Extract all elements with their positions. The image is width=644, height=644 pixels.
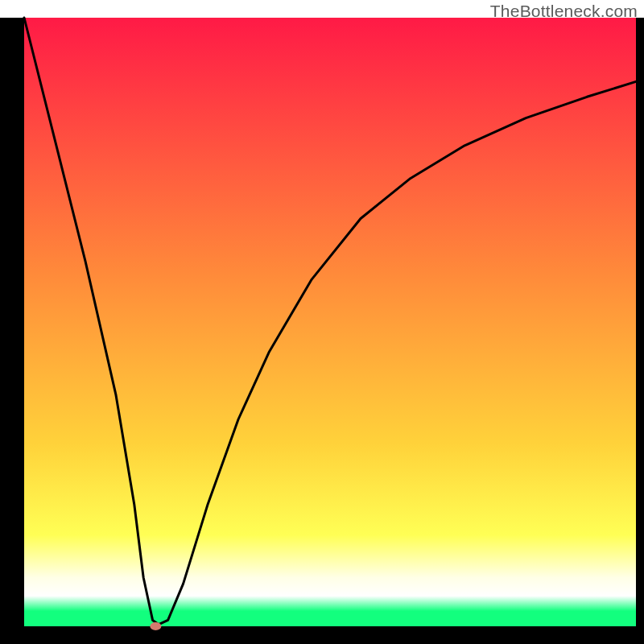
- chart-svg: [0, 0, 644, 644]
- watermark-label: TheBottleneck.com: [490, 2, 638, 21]
- plot-area: [24, 18, 636, 626]
- chart-container: TheBottleneck.com: [0, 0, 644, 644]
- optimal-marker-icon: [150, 622, 161, 630]
